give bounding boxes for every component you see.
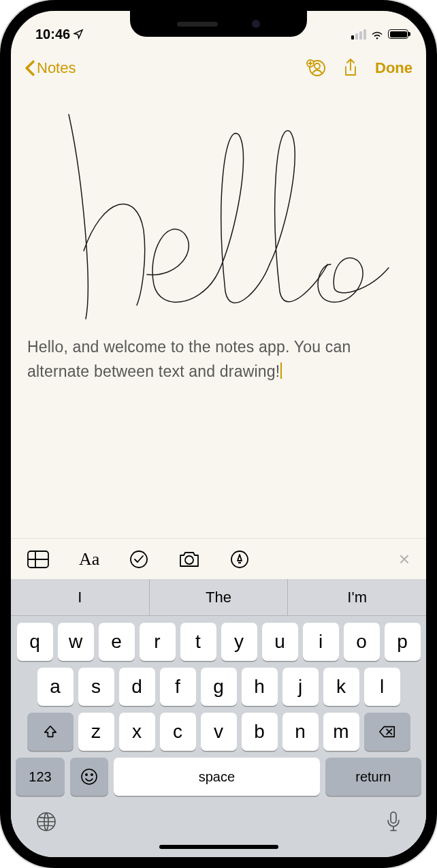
key-r[interactable]: r <box>140 623 176 661</box>
key-shift[interactable] <box>27 713 74 751</box>
key-w[interactable]: w <box>58 623 94 661</box>
svg-point-7 <box>82 769 97 784</box>
key-q[interactable]: q <box>17 623 53 661</box>
back-button[interactable]: Notes <box>25 59 76 77</box>
screen: 10:46 Notes <box>11 11 426 857</box>
key-u[interactable]: u <box>262 623 298 661</box>
key-h[interactable]: h <box>242 668 278 706</box>
chevron-left-icon <box>25 60 35 76</box>
svg-rect-11 <box>391 812 396 823</box>
key-z[interactable]: z <box>78 713 114 751</box>
home-indicator[interactable] <box>159 845 278 849</box>
key-c[interactable]: c <box>160 713 196 751</box>
checklist-button[interactable] <box>129 550 148 569</box>
table-icon <box>27 551 49 568</box>
svg-point-9 <box>91 774 93 775</box>
key-e[interactable]: e <box>99 623 135 661</box>
share-button[interactable] <box>342 58 359 78</box>
iphone-device-frame: 10:46 Notes <box>0 0 437 868</box>
svg-point-1 <box>314 63 320 69</box>
suggestion-1[interactable]: I <box>11 579 149 615</box>
mic-icon <box>385 811 402 833</box>
key-o[interactable]: o <box>344 623 380 661</box>
key-f[interactable]: f <box>160 668 196 706</box>
key-i[interactable]: i <box>303 623 339 661</box>
checklist-icon <box>129 550 148 569</box>
suggestion-2[interactable]: The <box>149 579 288 615</box>
svg-point-4 <box>131 551 147 568</box>
battery-icon <box>388 29 408 39</box>
suggestion-bar: I The I'm <box>11 579 426 616</box>
status-time: 10:46 <box>35 27 70 42</box>
dictation-button[interactable] <box>385 811 402 835</box>
key-y[interactable]: y <box>221 623 257 661</box>
text-format-icon: Aa <box>79 549 99 570</box>
note-content[interactable]: Hello, and welcome to the notes app. You… <box>11 87 426 538</box>
markup-icon <box>230 550 249 569</box>
key-backspace[interactable] <box>364 713 410 751</box>
svg-point-8 <box>86 774 87 775</box>
key-row-1: q w e r t y u i o p <box>11 616 426 661</box>
keyboard-bottom-row <box>11 796 426 838</box>
shift-icon <box>43 724 58 739</box>
handwriting-hello <box>27 94 410 332</box>
key-row-4: 123 space return <box>11 751 426 796</box>
location-icon <box>73 29 84 40</box>
cell-signal-icon <box>351 29 366 40</box>
add-person-icon <box>306 59 326 78</box>
key-x[interactable]: x <box>119 713 155 751</box>
markup-button[interactable] <box>230 550 249 569</box>
format-toolbar: Aa × <box>11 538 426 579</box>
close-toolbar-button[interactable]: × <box>399 548 410 570</box>
key-p[interactable]: p <box>385 623 421 661</box>
key-g[interactable]: g <box>201 668 237 706</box>
key-k[interactable]: k <box>323 668 359 706</box>
key-row-3: z x c v b n m <box>11 706 426 751</box>
key-s[interactable]: s <box>78 668 114 706</box>
key-l[interactable]: l <box>364 668 400 706</box>
nav-bar: Notes <box>11 49 426 87</box>
table-button[interactable] <box>27 551 49 568</box>
back-label: Notes <box>37 59 76 77</box>
done-button[interactable]: Done <box>375 59 412 77</box>
svg-point-6 <box>231 551 248 568</box>
device-notch <box>130 11 307 37</box>
key-space[interactable]: space <box>114 758 320 796</box>
backspace-icon <box>378 725 396 739</box>
add-person-button[interactable] <box>306 59 326 78</box>
key-numbers[interactable]: 123 <box>16 758 65 796</box>
share-icon <box>342 58 359 78</box>
keyboard: I The I'm q w e r t y u i o p a s d f <box>11 579 426 857</box>
key-b[interactable]: b <box>242 713 278 751</box>
globe-icon <box>35 811 57 833</box>
key-emoji[interactable] <box>70 758 108 796</box>
suggestion-3[interactable]: I'm <box>287 579 426 615</box>
key-row-2: a s d f g h j k l <box>11 661 426 706</box>
camera-button[interactable] <box>178 551 200 568</box>
note-body[interactable]: Hello, and welcome to the notes app. You… <box>27 335 410 384</box>
key-d[interactable]: d <box>119 668 155 706</box>
key-return[interactable]: return <box>325 758 421 796</box>
globe-button[interactable] <box>35 811 57 835</box>
key-t[interactable]: t <box>180 623 216 661</box>
wifi-icon <box>370 29 384 40</box>
text-cursor <box>280 362 282 379</box>
svg-point-5 <box>185 556 193 564</box>
key-m[interactable]: m <box>323 713 359 751</box>
emoji-icon <box>80 768 98 786</box>
note-body-text: Hello, and welcome to the notes app. You… <box>27 338 351 380</box>
camera-icon <box>178 551 200 568</box>
key-v[interactable]: v <box>201 713 237 751</box>
key-a[interactable]: a <box>37 668 74 706</box>
key-n[interactable]: n <box>282 713 319 751</box>
key-j[interactable]: j <box>282 668 319 706</box>
text-format-button[interactable]: Aa <box>79 549 99 570</box>
